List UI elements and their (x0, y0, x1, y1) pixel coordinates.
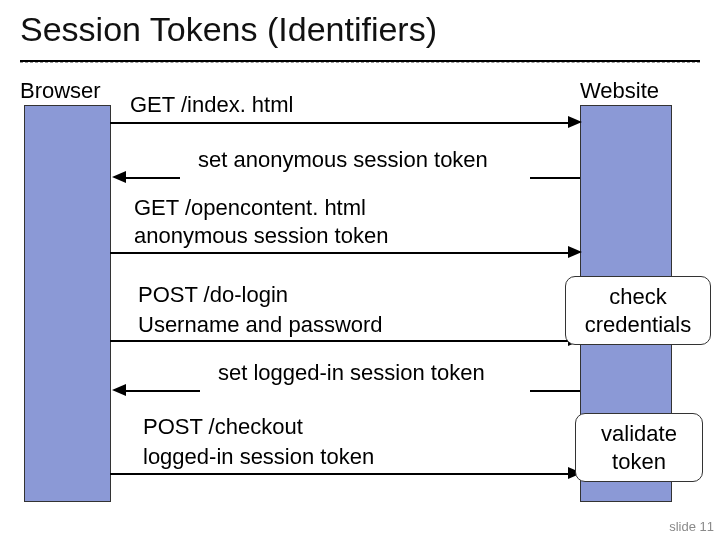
box-check-credentials: check credentials (565, 276, 711, 345)
box-validate-line2: token (584, 448, 694, 476)
msg-anon-token: anonymous session token (134, 223, 388, 249)
arrow-head-get-opencontent (568, 246, 582, 258)
msg-set-anon-token: set anonymous session token (198, 147, 488, 173)
arrow-head-set-logged-left (112, 384, 126, 396)
msg-post-login: POST /do-login (138, 282, 288, 308)
browser-lifeline (24, 105, 111, 502)
msg-set-logged-token: set logged-in session token (218, 360, 485, 386)
arrow-set-anon-right (530, 177, 580, 179)
arrow-head-set-anon-left (112, 171, 126, 183)
slide-title: Session Tokens (Identifiers) (20, 10, 437, 49)
title-underline (20, 60, 700, 63)
msg-user-pass: Username and password (138, 312, 383, 338)
msg-get-opencontent: GET /opencontent. html (134, 195, 366, 221)
msg-logged-token: logged-in session token (143, 444, 374, 470)
box-validate-token: validate token (575, 413, 703, 482)
arrow-post-checkout (110, 473, 570, 475)
arrow-get-opencontent (110, 252, 570, 254)
slide-number: slide 11 (669, 519, 714, 534)
box-check-line2: credentials (574, 311, 702, 339)
msg-post-checkout: POST /checkout (143, 414, 303, 440)
browser-label: Browser (20, 78, 101, 104)
box-validate-line1: validate (584, 420, 694, 448)
website-label: Website (580, 78, 659, 104)
box-check-line1: check (574, 283, 702, 311)
arrow-head-get-index (568, 116, 582, 128)
arrow-set-logged-right (530, 390, 580, 392)
arrow-get-index (110, 122, 570, 124)
arrow-set-logged-left (124, 390, 200, 392)
msg-get-index: GET /index. html (130, 92, 293, 118)
arrow-set-anon-left (124, 177, 180, 179)
arrow-post-login (110, 340, 570, 342)
